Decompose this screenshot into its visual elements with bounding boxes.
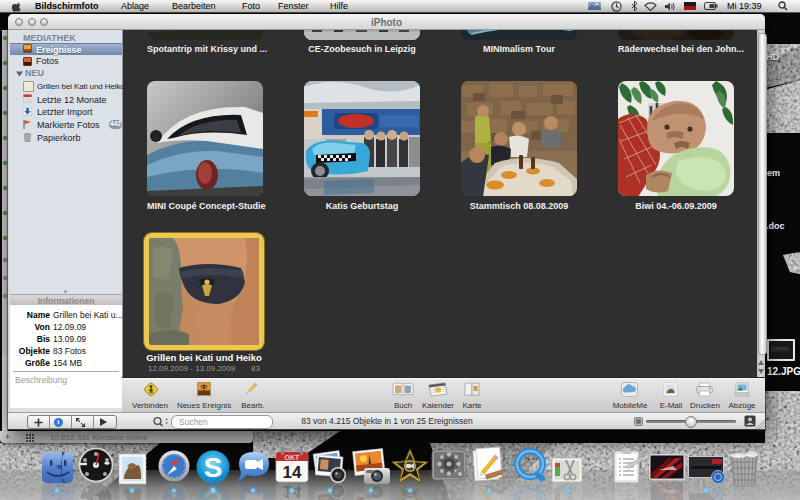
svg-text:14: 14	[283, 463, 302, 482]
svg-text:S: S	[204, 452, 223, 483]
svg-text:OKT: OKT	[285, 454, 301, 461]
